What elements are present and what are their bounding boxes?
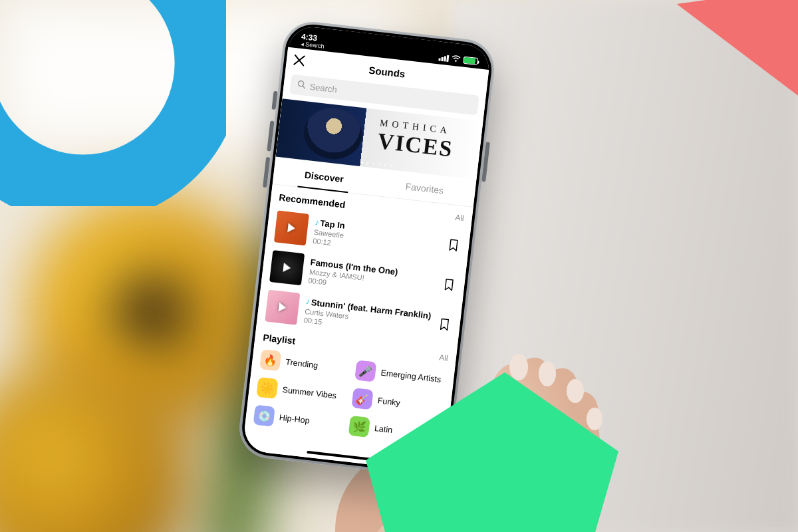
- playlist-name: Latin: [374, 424, 393, 435]
- track-thumb[interactable]: [269, 250, 305, 285]
- bookmark-button[interactable]: [448, 239, 462, 255]
- playlist-icon: 🎸: [351, 388, 373, 410]
- recommended-list: ♪ Tap InSaweetie00:12Famous (I'm the One…: [257, 205, 471, 347]
- track-thumb[interactable]: [274, 210, 309, 245]
- svg-point-3: [587, 408, 602, 430]
- playlist-icon: 🔥: [259, 349, 281, 371]
- svg-line-6: [303, 86, 305, 88]
- phone-volume-down: [263, 157, 270, 188]
- banner-page-dots: [360, 161, 393, 168]
- bookmark-icon: [448, 239, 459, 251]
- play-icon: [279, 303, 287, 313]
- track-thumb[interactable]: [265, 290, 300, 325]
- decor-blue-arc: [0, 0, 226, 206]
- playlist-name: Hip-Hop: [279, 413, 310, 426]
- bookmark-icon: [444, 279, 454, 291]
- bookmark-button[interactable]: [444, 279, 457, 295]
- playlist-icon: 💿: [253, 405, 275, 427]
- playlist-name: Summer Vibes: [282, 385, 337, 400]
- close-button[interactable]: [293, 53, 313, 70]
- wifi-icon: [451, 55, 461, 65]
- play-icon: [283, 263, 291, 273]
- playlist-name: Funky: [377, 396, 400, 408]
- playlist-name: Emerging Artists: [380, 368, 442, 384]
- bookmark-icon: [439, 318, 450, 331]
- playlist-icon: ☀️: [256, 377, 278, 399]
- status-back-to-app[interactable]: Search: [300, 41, 325, 50]
- svg-point-0: [509, 354, 528, 380]
- search-placeholder: Search: [309, 81, 338, 94]
- playlist-name: Trending: [285, 357, 319, 370]
- cellular-signal-icon: [438, 54, 449, 62]
- battery-icon: [463, 57, 478, 65]
- play-icon: [287, 223, 296, 233]
- playlist-all-link[interactable]: All: [439, 352, 449, 362]
- search-icon: [297, 80, 307, 91]
- playlist-title: Playlist: [263, 332, 297, 346]
- playlist-icon: 🎤: [354, 360, 376, 382]
- playlist-icon: 🌿: [348, 416, 370, 438]
- svg-point-1: [539, 361, 556, 386]
- music-note-icon: ♪: [305, 297, 311, 307]
- music-note-icon: ♪: [315, 217, 320, 227]
- banner-text: MOTHICA VICES: [376, 118, 477, 163]
- bookmark-button[interactable]: [439, 318, 452, 334]
- bg-sunflower-1-center: [113, 273, 193, 352]
- svg-point-2: [567, 379, 584, 403]
- banner-artwork: [301, 105, 365, 162]
- close-icon: [293, 53, 306, 66]
- stage: 4:33 Search: [0, 0, 798, 532]
- recommended-all-link[interactable]: All: [455, 213, 465, 223]
